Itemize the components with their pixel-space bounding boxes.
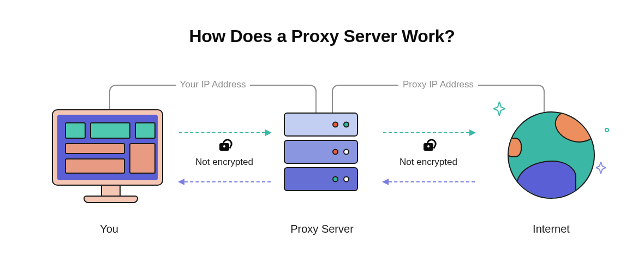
encryption-text-left: Not encrypted bbox=[189, 157, 260, 168]
open-lock-icon bbox=[219, 143, 229, 151]
diagram-title: How Does a Proxy Server Work? bbox=[0, 26, 644, 46]
caption-proxy: Proxy Server bbox=[284, 223, 360, 235]
encryption-status-right: Not encrypted bbox=[393, 143, 464, 168]
arrow-internet-to-proxy bbox=[383, 181, 475, 182]
open-lock-icon bbox=[424, 143, 433, 151]
dot-icon bbox=[605, 128, 609, 132]
arrow-proxy-to-you bbox=[179, 181, 271, 182]
encryption-text-right: Not encrypted bbox=[393, 157, 464, 168]
bracket-label-your-ip: Your IP Address bbox=[176, 79, 251, 90]
arrow-proxy-to-internet bbox=[383, 132, 475, 133]
sparkle-icon bbox=[493, 102, 505, 116]
bracket-label-proxy-ip: Proxy IP Address bbox=[398, 79, 478, 90]
proxy-server-illustration bbox=[284, 113, 358, 194]
you-computer-illustration bbox=[52, 109, 169, 218]
sparkle-icon bbox=[596, 162, 606, 174]
encryption-status-left: Not encrypted bbox=[189, 143, 260, 168]
caption-internet: Internet bbox=[524, 223, 579, 235]
caption-you: You bbox=[82, 223, 136, 235]
arrow-you-to-proxy bbox=[179, 132, 271, 133]
internet-globe-illustration bbox=[502, 108, 600, 206]
